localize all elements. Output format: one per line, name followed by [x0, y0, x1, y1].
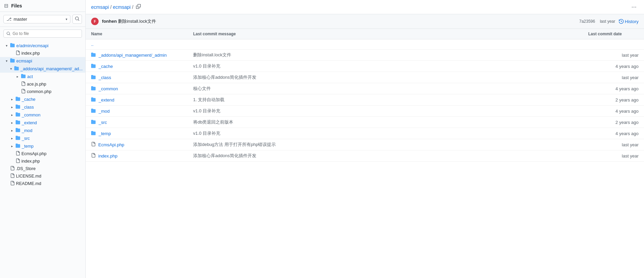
- chevron-right-icon: ▸: [10, 97, 14, 101]
- chevron-down-icon: ▾: [9, 67, 13, 71]
- folder-icon: [91, 97, 96, 103]
- folder-icon: [14, 66, 19, 72]
- folder-icon: [91, 86, 96, 92]
- copy-icon[interactable]: [136, 4, 141, 10]
- file-name-text: _temp: [99, 131, 111, 136]
- tree-item[interactable]: EcmsApi.php: [0, 150, 85, 157]
- tree-item-label: .DS_Store: [16, 166, 83, 171]
- table-row: _cachev1.0 目录补充4 years ago: [86, 61, 644, 72]
- file-name-link[interactable]: _extend: [91, 97, 182, 103]
- tree-item[interactable]: ▸_cache: [0, 95, 85, 103]
- tree-item[interactable]: README.md: [0, 180, 85, 187]
- table-row: index.php添加核心库addons简化插件开发last year: [86, 150, 644, 162]
- sidebar-title: Files: [11, 3, 22, 8]
- tree-item[interactable]: .DS_Store: [0, 165, 85, 172]
- file-name-link[interactable]: EcmsApi.php: [91, 142, 182, 147]
- tree-item[interactable]: ▸_class: [0, 103, 85, 111]
- tree-item[interactable]: index.php: [0, 50, 85, 57]
- file-name-link[interactable]: _class: [91, 75, 182, 80]
- history-icon: [619, 19, 624, 24]
- file-name-link[interactable]: index.php: [91, 153, 182, 159]
- tree-item[interactable]: ▸act: [0, 73, 85, 80]
- chevron-right-icon: ▸: [10, 113, 14, 117]
- search-button[interactable]: [72, 15, 82, 24]
- tree-item[interactable]: ▾ecmsapi: [0, 57, 85, 65]
- tree-item-label: ace.js.php: [27, 82, 83, 87]
- more-options-button[interactable]: ···: [629, 3, 639, 11]
- table-row: _class添加核心库addons简化插件开发last year: [86, 72, 644, 83]
- parent-dir-link[interactable]: ..: [91, 42, 94, 47]
- file-name-text: EcmsApi.php: [98, 142, 124, 147]
- tree-item[interactable]: LICENSE.md: [0, 172, 85, 180]
- tree-item-label: _src: [22, 136, 83, 141]
- tree-item[interactable]: common.php: [0, 88, 85, 95]
- tree-item[interactable]: ▸_temp: [0, 142, 85, 150]
- commit-msg-cell: 核心文件: [188, 83, 583, 94]
- tree-item[interactable]: index.php: [0, 157, 85, 165]
- file-name-cell: index.php: [86, 150, 188, 162]
- folder-icon: [91, 119, 96, 125]
- breadcrumb-path-link[interactable]: ecmsapi: [113, 4, 131, 10]
- commit-msg-cell: 将db类退回之前版本: [188, 117, 583, 128]
- chevron-down-icon: ▾: [4, 59, 9, 63]
- tree-item-label: EcmsApi.php: [21, 151, 83, 156]
- tree-item-label: LICENSE.md: [16, 174, 83, 179]
- tree-item[interactable]: ▸_mod: [0, 127, 85, 134]
- table-row: _addons/api_management/_admin删除install.l…: [86, 50, 644, 61]
- files-icon: ⊟: [4, 3, 9, 9]
- table-row: _common核心文件4 years ago: [86, 83, 644, 94]
- date-cell: last year: [583, 50, 644, 61]
- folder-icon: [16, 104, 20, 110]
- file-name-link[interactable]: _mod: [91, 108, 182, 114]
- tree-item-label: ecmsapi: [16, 59, 83, 63]
- history-label: History: [625, 19, 639, 24]
- file-name-cell: _src: [86, 117, 188, 128]
- commit-author: fonhen: [102, 19, 117, 24]
- folder-icon: [16, 128, 20, 133]
- file-icon: [91, 153, 96, 159]
- breadcrumb-sep-2: /: [132, 4, 133, 10]
- commit-msg-cell: 删除install.lock文件: [188, 50, 583, 61]
- tree-item-label: _mod: [22, 128, 83, 133]
- tree-item[interactable]: ▾e/admin/ecmsapi: [0, 42, 85, 50]
- commit-msg-cell: 1. 支持自动加载: [188, 94, 583, 106]
- file-icon: [21, 89, 26, 94]
- go-to-file-container[interactable]: [3, 30, 82, 38]
- breadcrumb: ecmsapi / ecmsapi /: [91, 4, 141, 10]
- tree-item[interactable]: ▸_src: [0, 134, 85, 142]
- breadcrumb-repo-link[interactable]: ecmsapi: [91, 4, 109, 10]
- tree-item-label: _cache: [22, 97, 83, 102]
- date-cell: 4 years ago: [583, 61, 644, 72]
- file-name-text: _extend: [99, 97, 114, 103]
- date-cell: 2 years ago: [583, 117, 644, 128]
- chevron-right-icon: ▸: [15, 75, 20, 78]
- file-name-link[interactable]: _temp: [91, 131, 182, 136]
- tree-item-label: _extend: [22, 121, 83, 125]
- commit-time: last year: [600, 19, 615, 24]
- file-name-cell: _extend: [86, 94, 188, 106]
- file-name-link[interactable]: _cache: [91, 63, 182, 69]
- tree-item[interactable]: ace.js.php: [0, 80, 85, 88]
- go-to-file-input[interactable]: [13, 31, 79, 36]
- branch-selector: ⎇ master ▾: [0, 12, 85, 27]
- table-row: _tempv1.0 目录补充4 years ago: [86, 128, 644, 139]
- tree-item-label: _temp: [22, 144, 83, 149]
- file-name-text: _class: [99, 75, 111, 80]
- file-name-link[interactable]: _addons/api_management/_admin: [91, 52, 182, 58]
- commit-msg-cell: v1.0 目录补充: [188, 106, 583, 117]
- file-name-cell: _common: [86, 83, 188, 94]
- file-icon: [16, 151, 20, 156]
- tree-item[interactable]: ▸_extend: [0, 119, 85, 127]
- history-link[interactable]: History: [619, 19, 639, 24]
- commit-bar: F fonhen 删除install.lock文件 7a23596 last y…: [86, 14, 644, 29]
- col-header-name: Name: [86, 29, 188, 39]
- commit-msg-cell: 添加核心库addons简化插件开发: [188, 150, 583, 162]
- file-name-link[interactable]: _common: [91, 86, 182, 92]
- date-cell: [583, 39, 644, 50]
- tree-item[interactable]: ▸_common: [0, 111, 85, 119]
- file-name-link[interactable]: _src: [91, 119, 182, 125]
- file-icon: [16, 51, 20, 56]
- folder-icon: [91, 52, 96, 58]
- branch-dropdown[interactable]: ⎇ master ▾: [3, 15, 70, 23]
- tree-item[interactable]: ▾_addons/api_management/_ad...: [0, 65, 85, 73]
